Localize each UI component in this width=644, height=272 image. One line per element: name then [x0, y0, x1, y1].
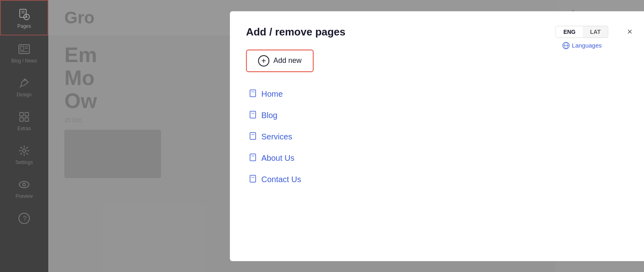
- plus-circle-icon: +: [258, 55, 269, 66]
- languages-link[interactable]: Languages: [562, 42, 602, 49]
- lang-tab-eng[interactable]: ENG: [556, 26, 583, 37]
- svg-rect-29: [250, 111, 256, 118]
- pages-list: Home Blog Services About Us Contact Us: [246, 84, 632, 189]
- page-icon-blog: [249, 110, 256, 120]
- page-list-item-services[interactable]: Services: [246, 127, 632, 147]
- language-switcher: ENG LAT Languages: [556, 26, 609, 49]
- page-list-item-home[interactable]: Home: [246, 84, 632, 104]
- modal-close-button[interactable]: ×: [627, 27, 632, 36]
- page-label-home: Home: [261, 89, 283, 99]
- svg-rect-27: [250, 90, 256, 97]
- lang-tabs: ENG LAT: [556, 26, 609, 38]
- page-list-item-blog[interactable]: Blog: [246, 106, 632, 125]
- page-icon-home: [249, 89, 256, 99]
- page-label-blog: Blog: [261, 111, 277, 120]
- page-icon-about-us: [249, 153, 256, 163]
- languages-label: Languages: [572, 42, 602, 49]
- page-icon-contact-us: [249, 174, 256, 185]
- svg-rect-35: [250, 175, 256, 182]
- lang-tab-lat[interactable]: LAT: [583, 26, 608, 37]
- add-remove-pages-modal: Add / remove pages × ENG LAT Languages +…: [230, 11, 644, 261]
- add-new-page-button[interactable]: + Add new: [246, 50, 314, 72]
- page-label-about-us: About Us: [261, 154, 294, 163]
- page-icon-services: [249, 132, 256, 142]
- modal-title: Add / remove pages: [246, 26, 345, 38]
- svg-rect-31: [250, 133, 256, 139]
- add-new-label: Add new: [273, 56, 301, 65]
- page-label-contact-us: Contact Us: [261, 175, 301, 184]
- page-label-services: Services: [261, 132, 292, 141]
- page-list-item-about-us[interactable]: About Us: [246, 148, 632, 168]
- svg-rect-33: [250, 154, 256, 161]
- page-list-item-contact-us[interactable]: Contact Us: [246, 170, 632, 189]
